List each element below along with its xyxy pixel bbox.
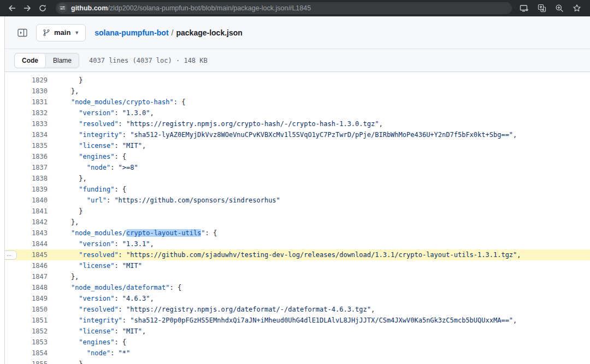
code-text: },: [55, 173, 590, 184]
browser-toolbar: github.com/zldp2002/solana-pumpfun-bot/b…: [0, 0, 590, 16]
code-text: }: [55, 75, 590, 86]
code-line: 1829 }: [5, 75, 590, 86]
code-line: 1843 "node_modules/crypto-layout-utils":…: [5, 228, 590, 238]
code-text: "engines": {: [55, 151, 590, 162]
line-number[interactable]: 1852: [5, 326, 55, 337]
code-text: "funding": {: [55, 184, 590, 195]
code-text: }: [55, 359, 590, 364]
sidebar-expand-icon: [17, 28, 27, 37]
translate-button[interactable]: [538, 4, 546, 13]
line-number[interactable]: 1849: [5, 293, 55, 304]
code-text: "resolved": "https://registry.npmjs.org/…: [55, 118, 590, 129]
line-number[interactable]: 1834: [5, 129, 55, 140]
line-number[interactable]: 1832: [5, 108, 55, 118]
code-line: 1853 "engines": {: [5, 337, 590, 348]
code-text: },: [55, 86, 590, 97]
code-text: },: [55, 271, 590, 282]
code-line: 1839 "funding": {: [5, 184, 590, 195]
line-number[interactable]: 1833: [5, 118, 55, 129]
refresh-button[interactable]: [36, 2, 49, 15]
branch-selector-button[interactable]: main ▼: [36, 24, 86, 41]
code-line: 1830 },: [5, 86, 590, 97]
code-blame-switch: Code Blame: [14, 53, 79, 68]
file-toolbar: Code Blame 4037 lines (4037 loc) · 148 K…: [5, 49, 590, 72]
code-text: }: [55, 206, 590, 217]
translate-icon: [538, 4, 546, 13]
code-text: "version": "1.3.1",: [55, 238, 590, 249]
line-number[interactable]: 1835: [5, 140, 55, 151]
code-text: "resolved": "https://registry.npmjs.org/…: [55, 304, 590, 315]
line-number[interactable]: 1855: [5, 359, 55, 364]
code-line: 1838 },: [5, 173, 590, 184]
code-text: "node": "*": [55, 348, 590, 359]
code-text: "integrity": "sha512-2P0p0pFGzHS5EMnhdxQ…: [55, 315, 590, 326]
line-options-button[interactable]: ⋯: [5, 250, 17, 260]
arrow-left-icon: [8, 4, 16, 13]
code-line: 1848 "node_modules/dateformat": {: [5, 282, 590, 293]
line-number[interactable]: 1848: [5, 282, 55, 293]
browser-actions: [520, 4, 581, 13]
monitor-down-arrow-icon: [520, 4, 529, 13]
code-text: "node_modules/crypto-hash": {: [55, 97, 590, 108]
line-number[interactable]: 1840: [5, 195, 55, 206]
code-text: "engines": {: [55, 337, 590, 348]
file-tree-toggle-button[interactable]: [14, 25, 31, 41]
line-number[interactable]: 1843: [5, 228, 55, 238]
code-line: 1850 "resolved": "https://registry.npmjs…: [5, 304, 590, 315]
github-file-page: main ▼ solana-pumpfun-bot / package-lock…: [4, 16, 590, 364]
line-number[interactable]: 1837: [5, 162, 55, 173]
code-lines: 1829 }1830 },1831 "node_modules/crypto-h…: [5, 75, 590, 364]
line-number[interactable]: 1836: [5, 151, 55, 162]
code-line: 1836 "engines": {: [5, 151, 590, 162]
file-meta-info: 4037 lines (4037 loc) · 148 KB: [89, 57, 208, 64]
code-text: "license": "MIT": [55, 260, 590, 271]
code-line: 1852 "license": "MIT",: [5, 326, 590, 337]
site-info-button[interactable]: [58, 3, 67, 13]
code-line: 1840 "url": "https://github.com/sponsors…: [5, 195, 590, 206]
line-number[interactable]: 1829: [5, 75, 55, 86]
code-line: 1847 },: [5, 271, 590, 282]
code-view: 1829 }1830 },1831 "node_modules/crypto-h…: [5, 72, 590, 364]
reload-icon: [38, 4, 47, 13]
address-bar[interactable]: github.com/zldp2002/solana-pumpfun-bot/b…: [56, 2, 512, 14]
code-line: 1849 "version": "4.6.3",: [5, 293, 590, 304]
code-line: 1835 "license": "MIT",: [5, 140, 590, 151]
line-number[interactable]: 1844: [5, 238, 55, 249]
line-number[interactable]: 1847: [5, 271, 55, 282]
code-line: 1837 "node": ">=8": [5, 162, 590, 173]
breadcrumb-separator: /: [172, 28, 174, 37]
code-text: "node_modules/dateformat": {: [55, 282, 590, 293]
line-number[interactable]: 1854: [5, 348, 55, 359]
line-number[interactable]: 1850: [5, 304, 55, 315]
back-button[interactable]: [5, 2, 19, 15]
code-line: 1841 }: [5, 206, 590, 217]
zoom-button[interactable]: [555, 4, 564, 13]
code-text: "node_modules/crypto-layout-utils": {: [55, 228, 590, 238]
file-header: main ▼ solana-pumpfun-bot / package-lock…: [5, 16, 590, 49]
bookmark-star-button[interactable]: [573, 4, 581, 13]
code-text: },: [55, 217, 590, 228]
tab-blame[interactable]: Blame: [46, 53, 79, 68]
line-number[interactable]: 1841: [5, 206, 55, 217]
url-text: github.com/zldp2002/solana-pumpfun-bot/b…: [71, 4, 311, 12]
forward-button[interactable]: [21, 2, 34, 15]
code-line: 1855 }: [5, 359, 590, 364]
code-text: "version": "4.6.3",: [55, 293, 590, 304]
line-number[interactable]: 1838: [5, 173, 55, 184]
url-path: /zldp2002/solana-pumpfun-bot/blob/main/p…: [108, 4, 311, 12]
breadcrumb: solana-pumpfun-bot / package-lock.json: [95, 28, 243, 37]
code-line: 1833 "resolved": "https://registry.npmjs…: [5, 118, 590, 129]
line-number[interactable]: 1851: [5, 315, 55, 326]
line-number[interactable]: 1831: [5, 97, 55, 108]
line-number[interactable]: 1842: [5, 217, 55, 228]
line-number[interactable]: 1846: [5, 260, 55, 271]
breadcrumb-repo-link[interactable]: solana-pumpfun-bot: [95, 28, 168, 37]
star-icon: [573, 4, 581, 13]
line-number[interactable]: 1830: [5, 86, 55, 97]
line-number[interactable]: 1839: [5, 184, 55, 195]
line-number[interactable]: 1853: [5, 337, 55, 348]
chevron-down-icon: ▼: [74, 30, 79, 35]
tab-code[interactable]: Code: [15, 53, 46, 68]
send-to-device-button[interactable]: [520, 4, 529, 13]
arrow-right-icon: [23, 4, 32, 13]
